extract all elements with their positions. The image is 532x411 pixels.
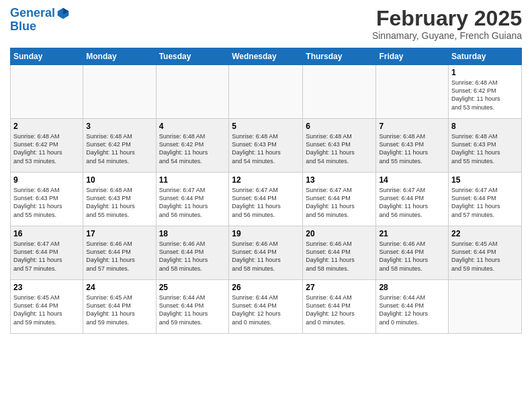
- calendar-day-cell: 24Sunrise: 6:45 AM Sunset: 6:44 PM Dayli…: [83, 280, 156, 334]
- calendar-day-cell: 2Sunrise: 6:48 AM Sunset: 6:42 PM Daylig…: [11, 119, 83, 173]
- calendar-day-cell: 18Sunrise: 6:46 AM Sunset: 6:44 PM Dayli…: [156, 226, 229, 280]
- calendar-week-row: 23Sunrise: 6:45 AM Sunset: 6:44 PM Dayli…: [11, 280, 522, 334]
- calendar-day-cell: 3Sunrise: 6:48 AM Sunset: 6:42 PM Daylig…: [83, 119, 156, 173]
- calendar-day-cell: 25Sunrise: 6:44 AM Sunset: 6:44 PM Dayli…: [156, 280, 229, 334]
- day-number: 19: [232, 229, 300, 238]
- calendar-day-cell: 5Sunrise: 6:48 AM Sunset: 6:43 PM Daylig…: [229, 119, 303, 173]
- day-number: 9: [13, 175, 80, 185]
- day-number: 20: [306, 229, 373, 238]
- day-number: 3: [86, 122, 152, 131]
- day-info: Sunrise: 6:47 AM Sunset: 6:44 PM Dayligh…: [451, 186, 519, 219]
- day-info: Sunrise: 6:48 AM Sunset: 6:42 PM Dayligh…: [451, 79, 519, 111]
- calendar-table: SundayMondayTuesdayWednesdayThursdayFrid…: [10, 48, 522, 334]
- calendar-week-row: 2Sunrise: 6:48 AM Sunset: 6:42 PM Daylig…: [11, 119, 522, 173]
- logo-text-line2: Blue: [10, 20, 70, 34]
- calendar-day-cell: 19Sunrise: 6:46 AM Sunset: 6:44 PM Dayli…: [229, 226, 303, 280]
- calendar-day-cell: 6Sunrise: 6:48 AM Sunset: 6:43 PM Daylig…: [303, 119, 376, 173]
- day-number: 14: [379, 175, 445, 185]
- header-wednesday: Wednesday: [229, 48, 303, 65]
- day-number: 7: [379, 122, 445, 131]
- calendar-title: February 2025: [372, 7, 522, 30]
- day-info: Sunrise: 6:48 AM Sunset: 6:43 PM Dayligh…: [13, 186, 80, 219]
- day-number: 16: [13, 229, 80, 238]
- day-number: 6: [306, 122, 373, 131]
- header-sunday: Sunday: [11, 48, 83, 65]
- calendar-day-cell: [229, 65, 303, 119]
- day-number: 15: [451, 175, 519, 185]
- calendar-day-cell: 16Sunrise: 6:47 AM Sunset: 6:44 PM Dayli…: [11, 226, 83, 280]
- day-number: 24: [86, 283, 152, 292]
- day-info: Sunrise: 6:45 AM Sunset: 6:44 PM Dayligh…: [86, 293, 152, 326]
- calendar-day-cell: [376, 65, 449, 119]
- day-info: Sunrise: 6:47 AM Sunset: 6:44 PM Dayligh…: [13, 240, 80, 273]
- calendar-day-cell: 8Sunrise: 6:48 AM Sunset: 6:43 PM Daylig…: [449, 119, 522, 173]
- day-info: Sunrise: 6:47 AM Sunset: 6:44 PM Dayligh…: [232, 186, 300, 219]
- day-info: Sunrise: 6:44 AM Sunset: 6:44 PM Dayligh…: [306, 293, 373, 326]
- calendar-day-cell: 1Sunrise: 6:48 AM Sunset: 6:42 PM Daylig…: [449, 65, 522, 119]
- calendar-day-cell: 28Sunrise: 6:44 AM Sunset: 6:44 PM Dayli…: [376, 280, 449, 334]
- day-number: 10: [86, 175, 152, 185]
- calendar-day-cell: 12Sunrise: 6:47 AM Sunset: 6:44 PM Dayli…: [229, 173, 303, 226]
- day-info: Sunrise: 6:47 AM Sunset: 6:44 PM Dayligh…: [306, 186, 373, 219]
- day-number: 4: [159, 122, 226, 131]
- calendar-day-cell: 11Sunrise: 6:47 AM Sunset: 6:44 PM Dayli…: [156, 173, 229, 226]
- calendar-day-cell: [156, 65, 229, 119]
- calendar-page: General Blue February 2025 Sinnamary, Gu…: [0, 0, 532, 340]
- day-number: 17: [86, 229, 152, 238]
- day-info: Sunrise: 6:48 AM Sunset: 6:42 PM Dayligh…: [159, 132, 226, 165]
- day-info: Sunrise: 6:48 AM Sunset: 6:43 PM Dayligh…: [86, 186, 152, 219]
- calendar-day-cell: 27Sunrise: 6:44 AM Sunset: 6:44 PM Dayli…: [303, 280, 376, 334]
- logo-text-line1: General: [10, 7, 55, 20]
- calendar-day-cell: 17Sunrise: 6:46 AM Sunset: 6:44 PM Dayli…: [83, 226, 156, 280]
- day-number: 18: [159, 229, 226, 238]
- calendar-week-row: 1Sunrise: 6:48 AM Sunset: 6:42 PM Daylig…: [11, 65, 522, 119]
- calendar-day-cell: 22Sunrise: 6:45 AM Sunset: 6:44 PM Dayli…: [449, 226, 522, 280]
- header-friday: Friday: [376, 48, 449, 65]
- title-section: February 2025 Sinnamary, Guyane, French …: [372, 7, 522, 41]
- calendar-day-cell: 9Sunrise: 6:48 AM Sunset: 6:43 PM Daylig…: [11, 173, 83, 226]
- calendar-week-row: 9Sunrise: 6:48 AM Sunset: 6:43 PM Daylig…: [11, 173, 522, 226]
- day-info: Sunrise: 6:44 AM Sunset: 6:44 PM Dayligh…: [379, 293, 445, 326]
- day-number: 11: [159, 175, 226, 185]
- day-number: 27: [306, 283, 373, 292]
- calendar-day-cell: [303, 65, 376, 119]
- day-number: 21: [379, 229, 445, 238]
- day-info: Sunrise: 6:48 AM Sunset: 6:42 PM Dayligh…: [86, 132, 152, 165]
- day-info: Sunrise: 6:46 AM Sunset: 6:44 PM Dayligh…: [86, 240, 152, 273]
- day-number: 2: [13, 122, 80, 131]
- day-info: Sunrise: 6:46 AM Sunset: 6:44 PM Dayligh…: [159, 240, 226, 273]
- calendar-day-cell: 26Sunrise: 6:44 AM Sunset: 6:44 PM Dayli…: [229, 280, 303, 334]
- logo-icon: [56, 7, 70, 20]
- day-number: 25: [159, 283, 226, 292]
- day-number: 26: [232, 283, 300, 292]
- header-monday: Monday: [83, 48, 156, 65]
- calendar-subtitle: Sinnamary, Guyane, French Guiana: [372, 30, 522, 41]
- day-number: 5: [232, 122, 300, 131]
- calendar-day-cell: [449, 280, 522, 334]
- day-number: 1: [451, 68, 519, 77]
- day-info: Sunrise: 6:48 AM Sunset: 6:43 PM Dayligh…: [451, 132, 519, 165]
- calendar-day-cell: 7Sunrise: 6:48 AM Sunset: 6:43 PM Daylig…: [376, 119, 449, 173]
- calendar-week-row: 16Sunrise: 6:47 AM Sunset: 6:44 PM Dayli…: [11, 226, 522, 280]
- day-info: Sunrise: 6:45 AM Sunset: 6:44 PM Dayligh…: [451, 240, 519, 273]
- day-info: Sunrise: 6:47 AM Sunset: 6:44 PM Dayligh…: [379, 186, 445, 219]
- day-info: Sunrise: 6:46 AM Sunset: 6:44 PM Dayligh…: [306, 240, 373, 273]
- day-info: Sunrise: 6:48 AM Sunset: 6:42 PM Dayligh…: [13, 132, 80, 165]
- calendar-day-cell: 14Sunrise: 6:47 AM Sunset: 6:44 PM Dayli…: [376, 173, 449, 226]
- calendar-day-cell: 15Sunrise: 6:47 AM Sunset: 6:44 PM Dayli…: [449, 173, 522, 226]
- header-thursday: Thursday: [303, 48, 376, 65]
- day-number: 22: [451, 229, 519, 238]
- day-number: 12: [232, 175, 300, 185]
- calendar-day-cell: 23Sunrise: 6:45 AM Sunset: 6:44 PM Dayli…: [11, 280, 83, 334]
- day-info: Sunrise: 6:44 AM Sunset: 6:44 PM Dayligh…: [159, 293, 226, 326]
- day-info: Sunrise: 6:46 AM Sunset: 6:44 PM Dayligh…: [379, 240, 445, 273]
- header-saturday: Saturday: [449, 48, 522, 65]
- day-info: Sunrise: 6:48 AM Sunset: 6:43 PM Dayligh…: [306, 132, 373, 165]
- day-info: Sunrise: 6:48 AM Sunset: 6:43 PM Dayligh…: [232, 132, 300, 165]
- day-info: Sunrise: 6:48 AM Sunset: 6:43 PM Dayligh…: [379, 132, 445, 165]
- day-info: Sunrise: 6:44 AM Sunset: 6:44 PM Dayligh…: [232, 293, 300, 326]
- day-number: 23: [13, 283, 80, 292]
- header-tuesday: Tuesday: [156, 48, 229, 65]
- calendar-day-cell: 4Sunrise: 6:48 AM Sunset: 6:42 PM Daylig…: [156, 119, 229, 173]
- calendar-header-row: SundayMondayTuesdayWednesdayThursdayFrid…: [11, 48, 522, 65]
